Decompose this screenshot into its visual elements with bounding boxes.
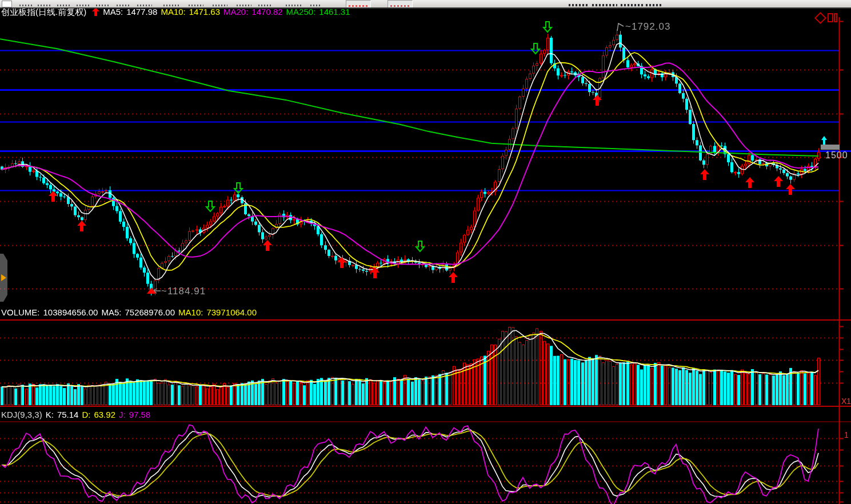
- latest-price-marker: [821, 145, 840, 150]
- menubar-status-fragment: [646, 4, 663, 6]
- kdj-d-label: D:: [82, 410, 90, 419]
- volume-ma10-label: MA10:: [178, 307, 203, 317]
- sidebar-expand-handle[interactable]: [0, 254, 7, 302]
- menubar-item-fragment: [19, 5, 32, 6]
- quote-box-1: [346, 0, 371, 7]
- volume-ma10-value: 73971064.00: [206, 307, 257, 317]
- menubar-status-fragment: [592, 4, 617, 6]
- menubar-status-fragment: [569, 4, 588, 6]
- menubar-item-fragment: [286, 5, 303, 6]
- chart-canvas[interactable]: [0, 0, 851, 504]
- menubar-item-fragment: [96, 5, 109, 6]
- menubar-item-fragment: [213, 5, 227, 6]
- menubar-item-fragment: [57, 5, 70, 6]
- menubar-item-fragment: [38, 5, 50, 6]
- menubar-item-fragment: [310, 5, 322, 6]
- volume-label: VOLUME:: [1, 307, 40, 317]
- volume-scale-label: X1: [841, 397, 851, 406]
- high-price-annotation: ~1792.03: [625, 21, 670, 33]
- up-arrow-icon: [92, 7, 99, 16]
- chart-title-row: 创业板指(日线.前复权)MA5:1477.98MA10:1471.63MA20:…: [1, 7, 354, 17]
- volume-value: 103894656.00: [43, 307, 98, 317]
- menubar-item-fragment: [117, 5, 129, 6]
- low-price-annotation: ~1184.91: [161, 286, 206, 297]
- kdj-j-value: 97.58: [129, 410, 151, 419]
- kdj-axis-label: 1: [844, 430, 849, 439]
- menubar-status-fragment: [621, 4, 644, 6]
- volume-header-row: VOLUME:103894656.00MA5:75268976.00MA10:7…: [1, 308, 260, 317]
- menubar-item-fragment: [163, 5, 181, 6]
- kdj-header-row: KDJ(9,3,3)K:75.14D:63.92J:97.58: [1, 410, 154, 419]
- kdj-k-value: 75.14: [57, 410, 79, 419]
- kdj-j-label: J:: [119, 410, 126, 419]
- kdj-indicator-label: KDJ(9,3,3): [1, 410, 42, 419]
- volume-ma5-label: MA5:: [101, 307, 121, 317]
- trading-app-window: { "header": { "title": "创业板指(日线.前复权)", "…: [0, 0, 851, 504]
- menubar-item-fragment: [258, 5, 271, 6]
- volume-ma5-value: 75268976.00: [125, 307, 175, 317]
- menubar-item-fragment: [137, 5, 152, 6]
- expand-arrow-icon: [1, 274, 6, 281]
- menubar-logo-box: [2, 1, 12, 7]
- kdj-d-value: 63.92: [94, 410, 115, 419]
- menubar-item-fragment: [237, 5, 251, 6]
- latest-price-label: 1500: [825, 150, 848, 161]
- panel-layout-icon[interactable]: [828, 13, 838, 21]
- quote-box-2: [387, 0, 413, 7]
- menubar-item-fragment: [189, 5, 203, 6]
- menubar-item-fragment: [77, 5, 89, 6]
- menubar[interactable]: [0, 0, 851, 9]
- kdj-k-label: K:: [46, 410, 54, 419]
